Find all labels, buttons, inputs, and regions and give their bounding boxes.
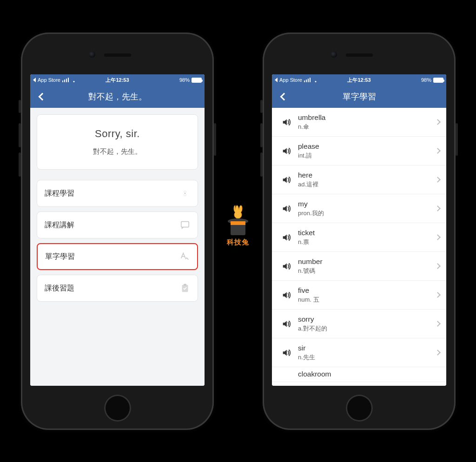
chevron-right-icon <box>435 263 441 269</box>
chevron-left-icon <box>39 93 46 101</box>
word-text: ticketn.票 <box>294 229 436 245</box>
lesson-main-text: Sorry, sir. <box>44 128 191 140</box>
speaker-icon[interactable] <box>278 290 294 300</box>
word-text: mypron.我的 <box>294 200 436 217</box>
back-to-app-label[interactable]: App Store <box>38 77 60 83</box>
mute-switch[interactable] <box>260 100 263 113</box>
definition: n.先生 <box>298 354 436 361</box>
watermark-logo: 科技兔 <box>225 204 251 247</box>
word-text: numbern.號碼 <box>294 257 436 274</box>
back-to-app-icon[interactable] <box>33 78 36 82</box>
clipboard-check-icon <box>180 283 190 293</box>
word: cloakroom <box>298 370 440 379</box>
cellular-signal-icon <box>62 78 69 82</box>
option-exercises[interactable]: 課後習題 <box>37 275 198 302</box>
volume-up-button[interactable] <box>260 123 263 147</box>
wifi-icon <box>312 78 318 82</box>
front-camera <box>89 51 95 58</box>
option-course-study[interactable]: 課程學習 <box>37 180 198 207</box>
lesson-card: Sorry, sir. 對不起，先生。 <box>37 114 198 170</box>
chevron-right-icon <box>435 234 441 240</box>
option-label: 課程講解 <box>45 220 74 230</box>
speaker-icon[interactable] <box>278 204 294 214</box>
speaker-icon[interactable] <box>278 146 294 156</box>
word-row[interactable]: umbrellan.傘 <box>272 108 446 137</box>
definition: a.對不起的 <box>298 325 436 332</box>
chevron-right-icon <box>435 119 441 125</box>
svg-point-0 <box>185 193 186 194</box>
speaker-grille <box>104 53 131 57</box>
nav-bar: 對不起，先生。 <box>30 86 205 108</box>
speaker-icon[interactable] <box>278 175 294 185</box>
word: sorry <box>298 315 436 324</box>
home-button[interactable] <box>104 395 131 422</box>
word-row[interactable]: ticketn.票 <box>272 223 446 252</box>
word: my <box>298 200 436 209</box>
word-row[interactable]: cloakroom <box>272 367 446 382</box>
back-to-app-label[interactable]: App Store <box>279 77 302 83</box>
word: please <box>298 142 436 151</box>
screen-body-left: Sorry, sir. 對不起，先生。 課程學習 課程講解 單字學 <box>30 108 205 386</box>
word-list[interactable]: umbrellan.傘pleaseint.請heread.這裡mypron.我的… <box>272 108 446 386</box>
word: sir <box>298 344 436 353</box>
phone-frame-right: App Store 上午12:53 98% 單字學習 umbrellan.傘pl… <box>263 33 456 430</box>
definition: n.票 <box>298 238 436 246</box>
option-label: 課後習題 <box>45 284 74 293</box>
front-camera <box>331 51 337 58</box>
speaker-icon[interactable] <box>278 319 294 329</box>
cellular-signal-icon <box>304 78 311 82</box>
word-text: fivenum. 五 <box>294 286 436 303</box>
battery-percent: 98% <box>421 77 431 83</box>
word-row[interactable]: numbern.號碼 <box>272 252 446 281</box>
volume-down-button[interactable] <box>19 152 21 177</box>
screen-left: App Store 上午12:53 98% 對不起，先生。 Sorry, sir… <box>30 74 205 386</box>
font-icon <box>179 251 190 262</box>
speaker-grille <box>346 53 373 57</box>
word-row[interactable]: pleaseint.請 <box>272 137 446 165</box>
power-button[interactable] <box>456 123 458 156</box>
option-label: 單字學習 <box>45 252 75 262</box>
chevron-right-icon <box>435 350 441 356</box>
option-word-study[interactable]: 單字學習 <box>37 243 198 270</box>
pinwheel-icon <box>180 188 190 198</box>
speaker-icon[interactable] <box>278 232 294 243</box>
mute-switch[interactable] <box>19 100 21 113</box>
word-row[interactable]: mypron.我的 <box>272 194 446 223</box>
word: here <box>298 171 436 180</box>
status-bar: App Store 上午12:53 98% <box>30 74 205 86</box>
word: five <box>298 286 436 295</box>
speaker-icon[interactable] <box>278 348 294 358</box>
screen-right: App Store 上午12:53 98% 單字學習 umbrellan.傘pl… <box>272 74 446 386</box>
status-bar: App Store 上午12:53 98% <box>272 74 446 86</box>
battery-icon <box>192 78 202 83</box>
nav-title: 對不起，先生。 <box>88 91 147 102</box>
volume-up-button[interactable] <box>19 123 21 147</box>
word: number <box>298 257 436 266</box>
word-row[interactable]: sorrya.對不起的 <box>272 310 446 338</box>
svg-rect-6 <box>231 221 245 225</box>
watermark-text: 科技兔 <box>227 238 249 247</box>
definition: ad.這裡 <box>298 181 436 188</box>
chevron-left-icon <box>280 93 288 101</box>
speaker-icon[interactable] <box>278 261 294 271</box>
word-row[interactable]: sirn.先生 <box>272 338 446 367</box>
back-to-app-icon[interactable] <box>275 78 278 82</box>
speaker-icon[interactable] <box>278 117 294 127</box>
home-button[interactable] <box>346 395 373 422</box>
back-button[interactable] <box>276 88 292 105</box>
chevron-right-icon <box>435 205 441 211</box>
chevron-right-icon <box>435 292 441 298</box>
back-button[interactable] <box>34 88 51 105</box>
svg-rect-3 <box>184 284 186 286</box>
battery-icon <box>433 78 443 83</box>
word: ticket <box>298 229 436 238</box>
nav-bar: 單字學習 <box>272 86 446 108</box>
chevron-right-icon <box>435 148 441 154</box>
option-course-explain[interactable]: 課程講解 <box>37 211 198 238</box>
definition: num. 五 <box>298 296 436 304</box>
volume-down-button[interactable] <box>260 152 263 177</box>
word-row[interactable]: fivenum. 五 <box>272 281 446 310</box>
nav-title: 單字學習 <box>343 91 376 102</box>
word-row[interactable]: heread.這裡 <box>272 165 446 194</box>
power-button[interactable] <box>214 123 216 156</box>
